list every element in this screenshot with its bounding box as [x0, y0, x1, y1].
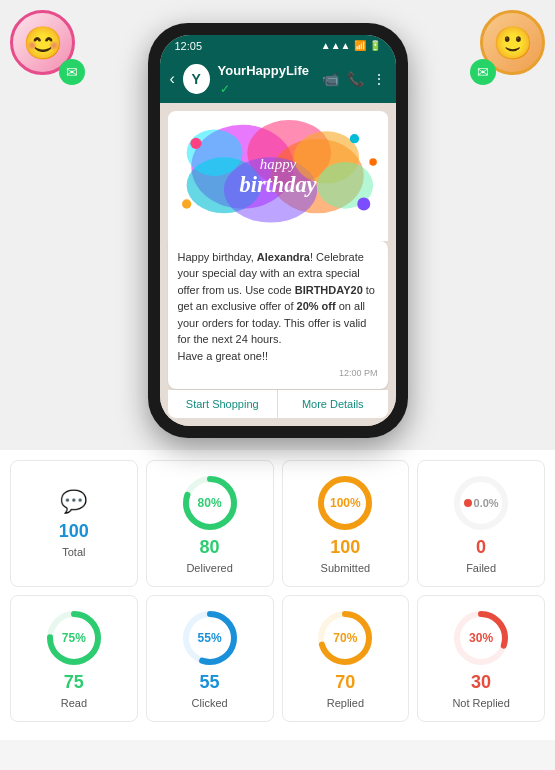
wa-action-icons: 📹 📞 ⋮: [322, 71, 386, 87]
svg-point-10: [349, 134, 358, 143]
submitted-pct: 100%: [330, 496, 361, 510]
failed-circle: 0.0%: [451, 473, 511, 533]
stat-card-read: 75% 75 Read: [10, 595, 138, 722]
delivered-number: 80: [200, 537, 220, 558]
stats-row-1: 💬 100 Total 80% 80 Delivered: [10, 460, 545, 587]
read-number: 75: [64, 672, 84, 693]
hero-section: 😊 ✉ 🙂 ✉ 12:05 ▲▲▲ 📶 🔋: [0, 0, 555, 450]
svg-text:birthday: birthday: [239, 171, 316, 196]
video-icon[interactable]: 📹: [322, 71, 339, 87]
stat-card-not-replied: 30% 30 Not Replied: [417, 595, 545, 722]
replied-pct: 70%: [333, 631, 357, 645]
avatar-left: 😊 ✉: [10, 10, 85, 85]
failed-label: Failed: [466, 562, 496, 574]
avatar-right: 🙂 ✉: [470, 10, 545, 85]
delivered-label: Delivered: [186, 562, 232, 574]
not-replied-label: Not Replied: [452, 697, 509, 709]
failed-pct: 0.0%: [474, 497, 499, 509]
read-circle: 75%: [44, 608, 104, 668]
stat-card-clicked: 55% 55 Clicked: [146, 595, 274, 722]
failed-dot: [464, 499, 472, 507]
clicked-label: Clicked: [192, 697, 228, 709]
phone-screen: 12:05 ▲▲▲ 📶 🔋 ‹ Y YourHappyLife ✓ 📹 📞: [160, 35, 396, 426]
more-details-button[interactable]: More Details: [278, 390, 388, 418]
back-icon[interactable]: ‹: [170, 70, 175, 88]
chat-area: happy birthday Happy birthday, Alexandra…: [160, 103, 396, 426]
not-replied-pct: 30%: [469, 631, 493, 645]
stat-card-submitted: 100% 100 Submitted: [282, 460, 410, 587]
replied-label: Replied: [327, 697, 364, 709]
verified-icon: ✓: [220, 82, 230, 96]
not-replied-circle: 30%: [451, 608, 511, 668]
stat-card-failed: 0.0% 0 Failed: [417, 460, 545, 587]
contact-name: YourHappyLife: [218, 63, 310, 78]
whatsapp-badge-right: ✉: [470, 59, 496, 85]
call-icon[interactable]: 📞: [347, 71, 364, 87]
chat-icon: 💬: [60, 489, 87, 515]
action-buttons: Start Shopping More Details: [168, 390, 388, 418]
message-greeting: Happy birthday, Alexandra! Celebrate you…: [178, 251, 375, 362]
svg-point-9: [190, 137, 201, 148]
stat-card-total: 💬 100 Total: [10, 460, 138, 587]
delivered-pct: 80%: [198, 496, 222, 510]
svg-point-12: [181, 199, 190, 208]
stat-card-delivered: 80% 80 Delivered: [146, 460, 274, 587]
read-label: Read: [61, 697, 87, 709]
svg-point-13: [369, 158, 376, 165]
stats-section: 💬 100 Total 80% 80 Delivered: [0, 450, 555, 740]
svg-text:happy: happy: [259, 156, 296, 172]
replied-circle: 70%: [315, 608, 375, 668]
birthday-image: happy birthday: [168, 111, 388, 241]
clicked-number: 55: [200, 672, 220, 693]
total-label: Total: [62, 546, 85, 558]
message-bubble: Happy birthday, Alexandra! Celebrate you…: [168, 241, 388, 389]
start-shopping-button[interactable]: Start Shopping: [168, 390, 278, 418]
stats-row-2: 75% 75 Read 55% 55 Clicked: [10, 595, 545, 722]
submitted-label: Submitted: [321, 562, 371, 574]
submitted-circle: 100%: [315, 473, 375, 533]
clicked-circle: 55%: [180, 608, 240, 668]
phone-time: 12:05: [175, 40, 203, 52]
not-replied-number: 30: [471, 672, 491, 693]
delivered-circle: 80%: [180, 473, 240, 533]
phone-status-bar: 12:05 ▲▲▲ 📶 🔋: [160, 35, 396, 55]
menu-icon[interactable]: ⋮: [372, 71, 386, 87]
svg-point-11: [357, 197, 370, 210]
message-time: 12:00 PM: [178, 367, 378, 381]
failed-number: 0: [476, 537, 486, 558]
status-icons: ▲▲▲ 📶 🔋: [321, 40, 381, 51]
stat-card-replied: 70% 70 Replied: [282, 595, 410, 722]
submitted-number: 100: [330, 537, 360, 558]
total-number: 100: [59, 521, 89, 542]
wa-header: ‹ Y YourHappyLife ✓ 📹 📞 ⋮: [160, 55, 396, 103]
replied-number: 70: [335, 672, 355, 693]
svg-point-7: [186, 129, 242, 176]
wa-logo: Y: [183, 64, 210, 94]
clicked-pct: 55%: [198, 631, 222, 645]
phone-mockup: 12:05 ▲▲▲ 📶 🔋 ‹ Y YourHappyLife ✓ 📹 📞: [148, 23, 408, 438]
whatsapp-badge-left: ✉: [59, 59, 85, 85]
read-pct: 75%: [62, 631, 86, 645]
